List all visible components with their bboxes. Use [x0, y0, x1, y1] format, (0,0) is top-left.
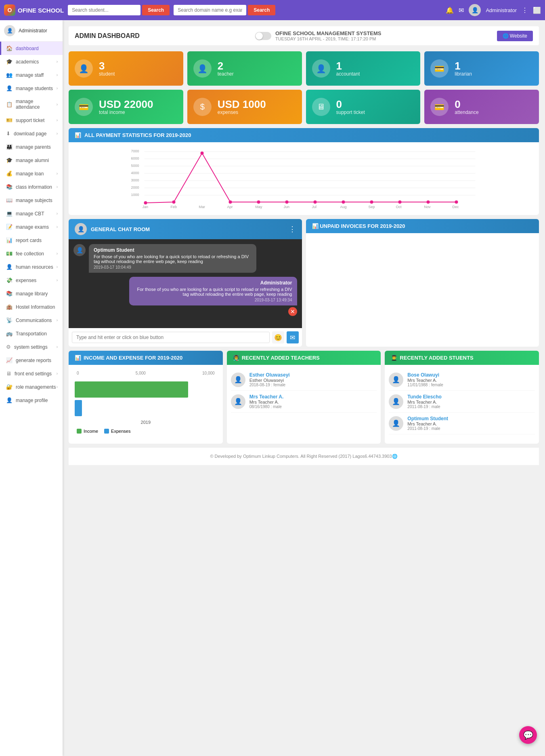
mail-icon[interactable]: ✉ [459, 6, 464, 14]
sidebar-item-dashboard[interactable]: 🏠 dashboard [0, 42, 63, 55]
chat-section: 👤 GENERAL CHAT ROOM ⋮ 👤 Optimum Student … [69, 219, 302, 347]
bar-year-label: 2019 [75, 420, 217, 425]
chat-title: GENERAL CHAT ROOM [91, 226, 285, 232]
stat-info-7: 0 attendance [455, 99, 478, 115]
sidebar-item-left: 🖥 front end settings [6, 371, 52, 377]
bar-label-0: 0 [77, 371, 79, 375]
student-name-1[interactable]: Tunde Elescho [407, 394, 441, 400]
sidebar-item-generate-reports[interactable]: 📈 generate reports [0, 354, 63, 367]
sidebar-item-manage-subjects[interactable]: 📖 manage subjects [0, 194, 63, 207]
svg-text:3000: 3000 [131, 178, 139, 182]
sidebar-item-manage-profile[interactable]: 👤 manage profile [0, 394, 63, 407]
sidebar-item-academics[interactable]: 🎓 academics › [0, 55, 63, 68]
svg-point-18 [257, 200, 260, 204]
sidebar-item-left: 💸 expenses [6, 277, 36, 283]
teacher-meta-0: 2018-08-19 : female [249, 383, 290, 387]
search-button-1[interactable]: Search [142, 5, 170, 15]
stat-icon-4: 💳 [75, 98, 93, 116]
svg-point-25 [455, 200, 458, 204]
sidebar-item-manage-attendance[interactable]: 📋 manage attendance › [0, 95, 63, 114]
sidebar-item-download-page[interactable]: ⬇ download page › [0, 127, 63, 140]
student-meta-1: 2011-08-19 : male [407, 404, 441, 409]
chevron-icon-manage-exams: › [57, 225, 58, 229]
sidebar-label-human-resources: human resources [16, 264, 53, 270]
chat-input[interactable] [72, 332, 270, 343]
sidebar-item-human-resources[interactable]: 👤 human resources › [0, 260, 63, 274]
footer-text: © Developed by Optimum Linkup Computers.… [210, 454, 397, 459]
sidebar-item-left: 🎓 academics [6, 59, 39, 65]
search-input-1[interactable] [68, 5, 140, 15]
teachers-icon: 👨‍🏫 [233, 355, 239, 361]
sidebar-item-manage-cbt[interactable]: 💻 manage CBT › [0, 207, 63, 220]
search-input-2[interactable] [174, 5, 246, 15]
send-button[interactable]: ✉ [287, 331, 299, 343]
teacher-name-1[interactable]: Mrs Teacher A. [249, 394, 284, 400]
student-title-1: Mrs Teacher A. [407, 400, 441, 404]
more-icon[interactable]: ⋮ [522, 6, 528, 14]
income-bar [75, 381, 188, 398]
sidebar-user-name: Administrator [19, 28, 47, 34]
sidebar-item-left: 🎫 support ticket [6, 117, 44, 123]
chevron-icon-manage-loan: › [57, 171, 58, 176]
student-item-0: 👤 Bose Olawuyi Mrs Teacher A. 11/01/1988… [389, 369, 535, 391]
chevron-icon-front-end-settings: › [57, 371, 58, 376]
school-info: OFINE SCHOOL MANAGEMENT SYSTEMS TUESDAY … [275, 30, 382, 41]
bottom-row: 📊 INCOME AND EXPENSE FOR 2019-2020 0 5,0… [69, 351, 539, 444]
sidebar-icon-manage-cbt: 💻 [6, 211, 13, 217]
sidebar-item-left: 📡 Communications [6, 317, 52, 323]
student-name-0[interactable]: Bose Olawuyi [407, 372, 443, 378]
sidebar-item-manage-staff[interactable]: 👥 manage staff › [0, 68, 63, 82]
chat-msg-text: For those of you who are looking for a q… [94, 254, 252, 264]
sidebar-item-class-information[interactable]: 📚 class information › [0, 180, 63, 194]
minimize-icon[interactable]: ⬜ [533, 6, 541, 14]
sidebar-item-front-end-settings[interactable]: 🖥 front end settings › [0, 367, 63, 380]
sidebar-label-class-information: class information [16, 184, 52, 190]
sidebar-item-transportation[interactable]: 🚌 Transportation [0, 327, 63, 340]
sidebar-item-communications[interactable]: 📡 Communications › [0, 314, 63, 327]
svg-text:Nov: Nov [424, 205, 431, 209]
sidebar-item-manage-alumni[interactable]: 🎓 manage alumni [0, 154, 63, 167]
delete-message-button[interactable]: ✕ [288, 307, 297, 316]
sidebar-item-manage-loan[interactable]: 💰 manage loan › [0, 167, 63, 180]
sidebar-item-manage-parents[interactable]: 👨‍👩‍👧 manage parents [0, 140, 63, 154]
teacher-info-0: Esther Oluwaseyi Esther Oluwaseyi 2018-0… [249, 372, 290, 387]
emoji-button[interactable]: 😊 [272, 331, 284, 343]
chat-msg-time-right: 2019-03-17 13:49:34 [134, 298, 292, 302]
sidebar-item-expenses[interactable]: 💸 expenses › [0, 274, 63, 287]
chevron-icon-manage-students: › [57, 86, 58, 91]
svg-point-21 [342, 200, 345, 204]
sidebar-label-transportation: Transportation [16, 331, 47, 337]
stat-label-0: student [99, 71, 115, 77]
sidebar-item-fee-collection[interactable]: 💵 fee collection › [0, 247, 63, 260]
stat-card-0: 👤 3 student [69, 51, 183, 86]
sidebar-item-manage-students[interactable]: 👤 manage students › [0, 82, 63, 95]
bar-labels: 0 5,000 10,000 [75, 371, 217, 375]
stat-card-1: 👤 2 teacher [187, 51, 302, 86]
sidebar-item-support-ticket[interactable]: 🎫 support ticket › [0, 114, 63, 127]
sidebar-item-manage-exams[interactable]: 📝 manage exams › [0, 220, 63, 234]
website-button[interactable]: 🌐 Website [497, 31, 533, 41]
payment-chart-svg: 7000 6000 5000 4000 3000 2000 1000 [75, 148, 533, 209]
search-button-2[interactable]: Search [248, 5, 275, 15]
sidebar-icon-fee-collection: 💵 [6, 251, 13, 257]
chat-sender-name-right: Administrator [134, 280, 292, 286]
sidebar-item-role-managements[interactable]: 🔐 role managements › [0, 380, 63, 394]
toggle-switch[interactable] [255, 32, 271, 40]
student-name-2[interactable]: Optimum Student [407, 416, 448, 421]
sidebar-item-left: 📝 manage exams [6, 224, 49, 230]
sidebar-item-system-settings[interactable]: ⚙ system settings › [0, 340, 63, 354]
chevron-icon-communications: › [57, 318, 58, 322]
sidebar-icon-manage-exams: 📝 [6, 224, 13, 230]
sidebar-item-manage-library[interactable]: 📚 manage library [0, 287, 63, 300]
student-item-1: 👤 Tunde Elescho Mrs Teacher A. 2011-08-1… [389, 391, 535, 413]
header-date: TUESDAY 16TH APRIL - 2019, TIME: 17:17:2… [275, 36, 382, 41]
chat-menu-icon[interactable]: ⋮ [289, 225, 296, 234]
toggle-knob [256, 32, 263, 40]
student-avatar-2: 👤 [389, 416, 403, 431]
sidebar-item-report-cards[interactable]: 📊 report cards [0, 234, 63, 247]
sidebar-item-hostel-information[interactable]: 🏨 Hostel Information [0, 300, 63, 314]
teacher-name-0[interactable]: Esther Oluwaseyi [249, 372, 290, 378]
stat-label-4: total income [99, 110, 153, 115]
income-bar-row [75, 381, 217, 398]
notification-icon[interactable]: 🔔 [446, 6, 454, 14]
